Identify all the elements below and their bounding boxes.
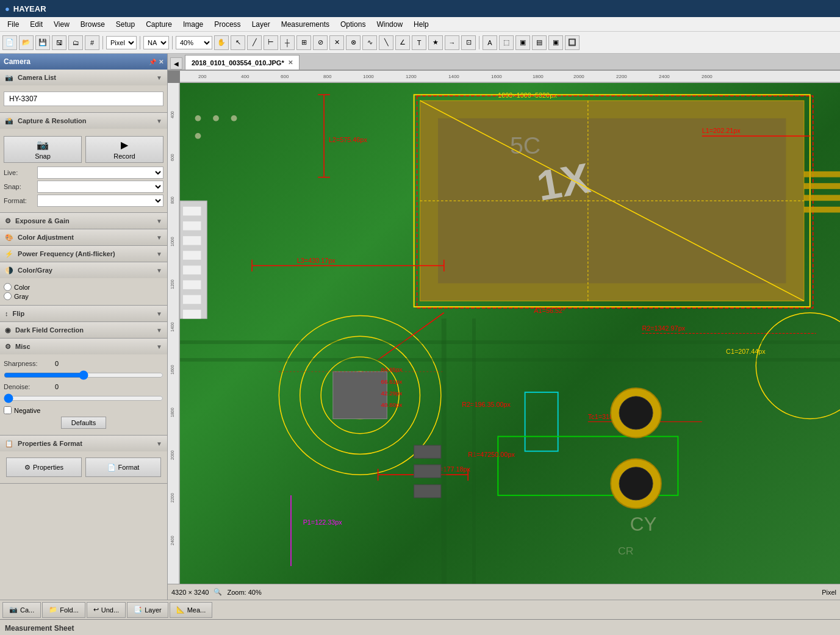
svg-rect-31 [420,101,804,301]
menu-setup[interactable]: Setup [111,19,140,30]
format-button[interactable]: 📄 Format [85,457,161,477]
menu-capture[interactable]: Capture [141,19,177,30]
properties-format-header[interactable]: 📋 Properties & Format ▼ [0,436,167,451]
document-tab[interactable]: 2018_0101_003554_010.JPG* ✕ [185,55,300,70]
svg-text:1000: 1000 [363,74,374,79]
toolbar-b2[interactable]: ▤ [532,35,547,50]
toolbar-text[interactable]: T [412,35,426,50]
toolbar-a1[interactable]: A [483,35,497,50]
menu-measurements[interactable]: Measurements [276,19,334,30]
flip-header[interactable]: ↕ Flip ▼ [0,306,167,321]
panel-close-button[interactable]: ✕ [159,59,163,65]
svg-rect-100 [804,171,840,178]
snap-select[interactable] [37,181,163,193]
color-adjustment-header[interactable]: 🎨 Color Adjustment ▼ [0,229,167,245]
live-select[interactable] [37,167,163,179]
toolbar-b3[interactable]: ▣ [548,35,563,50]
menu-options[interactable]: Options [336,19,370,30]
toolbar-measure1[interactable]: ⊢ [264,35,278,50]
props-collapse[interactable]: ▼ [156,440,162,447]
toolbar-b1[interactable]: ▣ [515,35,530,50]
svg-text:2000: 2000 [573,74,584,79]
toolbar-copy[interactable]: ⬚ [499,35,514,50]
toolbar-measure6[interactable]: ⊗ [346,35,361,50]
gray-radio[interactable] [4,292,12,300]
toolbar-measure3[interactable]: ⊞ [296,35,311,50]
misc-header[interactable]: ⚙ Misc ▼ [0,339,167,354]
camera-list-header[interactable]: 📷 Camera List ▼ [0,70,167,85]
menu-process[interactable]: Process [209,19,245,30]
toolbar-save[interactable]: 💾 [35,35,50,50]
toolbar-browse[interactable]: 🗂 [68,35,83,50]
toolbar-b4[interactable]: 🔲 [565,35,580,50]
svg-rect-97 [183,281,201,289]
menu-window[interactable]: Window [372,19,407,30]
toolbar-measure7[interactable]: ∿ [362,35,377,50]
undo-tab-icon: ↩ [93,606,99,614]
exposure-collapse[interactable]: ▼ [156,218,162,224]
na-select[interactable]: NA [143,36,169,49]
properties-button[interactable]: ⚙ Properties [6,457,82,477]
toolbar-save-as[interactable]: 🖫 [52,35,66,50]
toolbar-arrow2[interactable]: → [445,35,459,50]
flip-collapse[interactable]: ▼ [156,310,162,317]
toolbar-extra[interactable]: ⊡ [461,35,476,50]
toolbar-measure5[interactable]: ✕ [329,35,344,50]
camera-item-hy3307[interactable]: HY-3307 [4,91,163,106]
camera-list-collapse[interactable]: ▼ [156,74,162,81]
toolbar-new[interactable]: 📄 [2,35,17,50]
tab-close-icon[interactable]: ✕ [288,59,293,66]
toolbar-measure2[interactable]: ┼ [280,35,295,50]
toolbar-hand[interactable]: ✋ [214,35,229,50]
svg-text:Tc1=318.06px: Tc1=318.06px [588,413,630,420]
color-adj-collapse[interactable]: ▼ [156,234,162,241]
sharpness-row: Sharpness: 0 [4,360,163,367]
negative-checkbox[interactable] [4,406,12,414]
bottom-tab-folder[interactable]: 📁 Fold... [42,602,85,618]
capture-collapse[interactable]: ▼ [156,118,162,124]
bottom-tab-undo[interactable]: ↩ Und... [87,602,126,618]
menu-view[interactable]: View [49,19,74,30]
defaults-button[interactable]: Defaults [61,417,106,429]
pixel-select[interactable]: Pixel [106,36,137,49]
dark-field-header[interactable]: ◉ Dark Field Correction ▼ [0,322,167,338]
toolbar-measure8[interactable]: ╲ [379,35,393,50]
color-gray-content: Color Gray [0,278,167,305]
menu-image[interactable]: Image [178,19,208,30]
bottom-tab-camera[interactable]: 📷 Ca... [2,602,41,618]
capture-resolution-header[interactable]: 📸 Capture & Resolution ▼ [0,113,167,129]
misc-collapse[interactable]: ▼ [156,343,162,350]
power-collapse[interactable]: ▼ [156,251,162,257]
panel-pin-button[interactable]: 📌 [149,59,156,65]
menu-layer[interactable]: Layer [247,19,275,30]
denoise-slider[interactable] [4,394,163,403]
exposure-gain-header[interactable]: ⚙ Exposure & Gain ▼ [0,213,167,229]
toolbar-star[interactable]: ★ [428,35,443,50]
sharpness-slider[interactable] [4,371,163,379]
zoom-select[interactable]: 40% [176,36,212,49]
dark-field-collapse[interactable]: ▼ [156,327,162,334]
menu-edit[interactable]: Edit [25,19,48,30]
toolbar-measure4[interactable]: ⊘ [313,35,328,50]
color-gray-header[interactable]: 🌗 Color/Gray ▼ [0,262,167,278]
record-button[interactable]: ▶ Record [85,136,163,163]
canvas-area[interactable]: 200 400 600 800 1000 1200 1400 1600 1800… [168,71,840,584]
color-gray-collapse[interactable]: ▼ [156,267,162,274]
bottom-tab-layer[interactable]: 📑 Layer [127,602,168,618]
toolbar-measure9[interactable]: ∠ [395,35,410,50]
format-select[interactable] [37,195,163,207]
toolbar-line-tools[interactable]: ╱ [247,35,262,50]
tab-nav-left[interactable]: ◀ [170,57,182,70]
snap-button[interactable]: 📷 Snap [4,136,82,163]
menu-bar: File Edit View Browse Setup Capture Imag… [0,17,840,32]
tab-bar: ◀ 2018_0101_003554_010.JPG* ✕ [168,54,840,71]
toolbar-arrow[interactable]: ↖ [231,35,245,50]
color-radio[interactable] [4,283,12,291]
menu-help[interactable]: Help [409,19,434,30]
menu-browse[interactable]: Browse [76,19,110,30]
toolbar-open[interactable]: 📂 [19,35,34,50]
power-freq-header[interactable]: ⚡ Power Frequency (Anti-flicker) ▼ [0,246,167,262]
toolbar-grid[interactable]: # [85,35,99,50]
menu-file[interactable]: File [2,19,24,30]
bottom-tab-measurement[interactable]: 📐 Mea... [170,602,213,618]
